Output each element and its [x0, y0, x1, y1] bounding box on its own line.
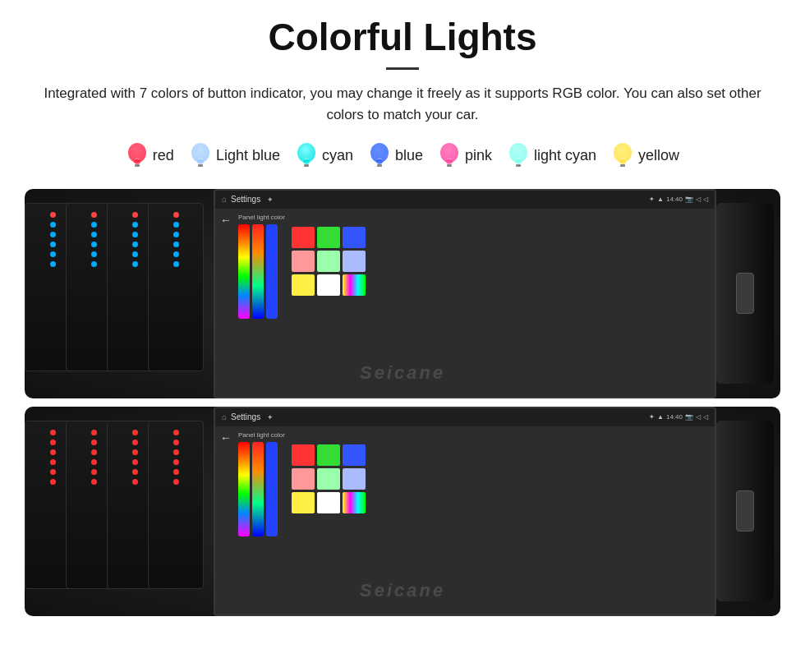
btn-indicator-0-3-1[interactable]	[173, 222, 179, 228]
swatch-red-1[interactable]	[292, 227, 315, 248]
btn-indicator-1-2-0[interactable]	[132, 430, 138, 435]
btn-indicator-1-0-0[interactable]	[50, 430, 56, 435]
btn-indicator-0-1-0[interactable]	[91, 212, 97, 218]
btn-indicator-0-0-0[interactable]	[50, 212, 56, 218]
bulb-icon-cyan	[295, 141, 318, 171]
color-label-yellow: yellow	[638, 147, 679, 164]
wifi-icon-1: ▲	[657, 196, 664, 203]
btn-indicator-0-3-5[interactable]	[173, 261, 179, 267]
swatch-blue-1[interactable]	[343, 227, 366, 248]
btn-indicator-0-2-0[interactable]	[132, 212, 138, 218]
status-icons-1: ✦ ▲ 14:40 📷 ◁ ◁	[649, 196, 708, 203]
color-bars-1	[238, 224, 285, 319]
time-2: 14:40	[666, 413, 683, 421]
btn-indicator-1-1-5[interactable]	[91, 479, 97, 485]
btn-indicator-0-0-5[interactable]	[50, 261, 56, 267]
volume-knob-2[interactable]	[736, 490, 754, 532]
page-title: Colorful Lights	[25, 15, 780, 59]
btn-indicator-1-1-3[interactable]	[91, 459, 97, 465]
time-1: 14:40	[666, 196, 683, 203]
home-icon-1[interactable]: ⌂	[222, 195, 227, 204]
btn-indicator-1-0-4[interactable]	[50, 469, 56, 475]
btn-indicator-0-0-1[interactable]	[50, 222, 56, 228]
swatch-lightgreen-1[interactable]	[317, 251, 340, 272]
btn-indicator-0-3-4[interactable]	[173, 251, 179, 257]
btn-indicator-1-2-5[interactable]	[132, 479, 138, 485]
side-panel-layer-1-3	[148, 421, 204, 589]
btn-indicator-1-3-4[interactable]	[173, 469, 179, 475]
back-icon-1[interactable]: ◁	[703, 196, 708, 203]
bulb-icon-blue	[368, 141, 391, 171]
btn-indicator-1-3-0[interactable]	[173, 430, 179, 435]
swatch-yellow-1[interactable]	[292, 274, 315, 296]
btn-indicator-1-1-1[interactable]	[91, 440, 97, 445]
btn-indicator-0-3-2[interactable]	[173, 232, 179, 237]
btn-indicator-0-2-4[interactable]	[132, 251, 138, 257]
btn-indicator-0-3-0[interactable]	[173, 212, 179, 218]
swatch-row-1c	[292, 274, 366, 296]
back-arrow-2[interactable]: ←	[220, 431, 232, 444]
swatch-pink-1[interactable]	[292, 251, 315, 272]
btn-indicator-0-1-2[interactable]	[91, 232, 97, 237]
btn-indicator-1-2-2[interactable]	[132, 449, 138, 455]
side-panel-layer-0-3	[148, 203, 204, 371]
btn-indicator-1-0-5[interactable]	[50, 479, 56, 485]
svg-rect-5	[304, 164, 309, 167]
swatch-yellow-2[interactable]	[292, 492, 315, 513]
btn-indicator-1-1-4[interactable]	[91, 469, 97, 475]
btn-indicator-1-0-1[interactable]	[50, 440, 56, 445]
btn-indicator-1-3-2[interactable]	[173, 449, 179, 455]
btn-indicator-1-2-4[interactable]	[132, 469, 138, 475]
color-item-Light-blue: Light blue	[189, 141, 280, 171]
swatch-rainbow-1[interactable]	[343, 274, 366, 296]
swatch-green-2[interactable]	[317, 444, 340, 466]
swatch-green-1[interactable]	[317, 227, 340, 248]
swatch-lightblue-1[interactable]	[343, 251, 366, 272]
btn-indicator-0-2-1[interactable]	[132, 222, 138, 228]
btn-indicator-0-0-3[interactable]	[50, 242, 56, 247]
btn-indicator-0-1-3[interactable]	[91, 242, 97, 247]
swatch-rainbow-2[interactable]	[343, 492, 366, 513]
btn-indicator-1-3-1[interactable]	[173, 440, 179, 445]
back-icon-2[interactable]: ◁	[703, 413, 708, 421]
btn-indicator-1-2-1[interactable]	[132, 440, 138, 445]
btn-indicator-1-0-2[interactable]	[50, 449, 56, 455]
btn-indicator-0-3-3[interactable]	[173, 242, 179, 247]
screen-wrapper-1: ⌂ Settings ✦ ✦ ▲ 14:40 📷 ◁ ◁	[214, 189, 716, 398]
btn-indicator-1-1-2[interactable]	[91, 449, 97, 455]
color-label-blue: blue	[395, 147, 423, 164]
btn-indicator-0-0-2[interactable]	[50, 232, 56, 237]
btn-indicator-1-3-5[interactable]	[173, 479, 179, 485]
btn-indicator-1-2-3[interactable]	[132, 459, 138, 465]
device-row-1: ⌂ Settings ✦ ✦ ▲ 14:40 📷 ◁ ◁	[25, 189, 780, 398]
color-item-cyan: cyan	[295, 141, 353, 171]
swatch-lightblue-2[interactable]	[343, 468, 366, 490]
bulb-icon-yellow	[611, 141, 634, 171]
btn-indicator-0-1-5[interactable]	[91, 261, 97, 267]
topbar-1: ⌂ Settings ✦ ✦ ▲ 14:40 📷 ◁ ◁	[215, 191, 715, 209]
swatch-lightgreen-2[interactable]	[317, 468, 340, 490]
btn-indicator-1-3-3[interactable]	[173, 459, 179, 465]
right-knob-1	[716, 203, 774, 384]
swatch-pink-2[interactable]	[292, 468, 315, 490]
svg-rect-1	[135, 164, 140, 167]
btn-indicator-0-1-1[interactable]	[91, 222, 97, 228]
swatch-white-2[interactable]	[317, 492, 340, 513]
topbar-title-area-2: ⌂ Settings ✦	[222, 412, 274, 421]
swatch-blue-2[interactable]	[343, 444, 366, 466]
btn-indicator-0-2-3[interactable]	[132, 242, 138, 247]
swatch-row-2b	[292, 468, 366, 490]
color-label-red: red	[153, 147, 174, 164]
btn-indicator-1-1-0[interactable]	[91, 430, 97, 435]
btn-indicator-0-1-4[interactable]	[91, 251, 97, 257]
volume-knob-1[interactable]	[736, 273, 754, 314]
btn-indicator-0-2-5[interactable]	[132, 261, 138, 267]
swatch-red-2[interactable]	[292, 444, 315, 466]
status-icons-2: ✦ ▲ 14:40 📷 ◁ ◁	[649, 413, 708, 421]
btn-indicator-1-0-3[interactable]	[50, 459, 56, 465]
back-arrow-1[interactable]: ←	[220, 214, 232, 227]
home-icon-2[interactable]: ⌂	[222, 412, 227, 421]
btn-indicator-0-0-4[interactable]	[50, 251, 56, 257]
swatch-white-1[interactable]	[317, 274, 340, 296]
btn-indicator-0-2-2[interactable]	[132, 232, 138, 237]
